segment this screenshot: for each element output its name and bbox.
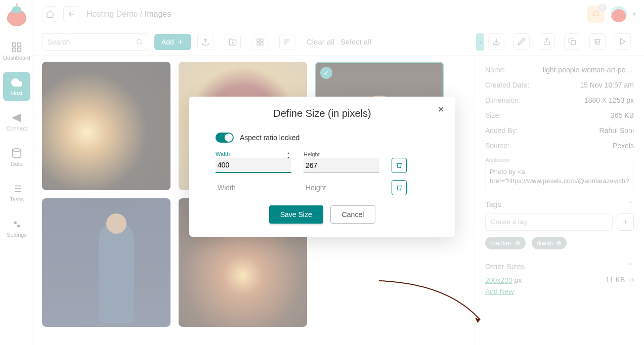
delete-size-row-button[interactable] <box>392 180 407 195</box>
width-input[interactable] <box>216 158 291 173</box>
height-input-empty[interactable] <box>304 181 379 195</box>
height-input[interactable] <box>304 158 379 173</box>
trash-icon <box>396 162 403 169</box>
cancel-button[interactable]: Cancel <box>330 205 376 224</box>
save-size-button[interactable]: Save Size <box>269 205 323 224</box>
close-button[interactable]: ✕ <box>438 105 444 114</box>
define-size-modal: Define Size (in pixels) ✕ Aspect ratio l… <box>189 97 455 237</box>
width-input-empty[interactable] <box>216 181 291 195</box>
aspect-ratio-toggle[interactable] <box>216 133 234 143</box>
height-label: Height <box>304 151 379 157</box>
delete-size-row-button[interactable] <box>392 158 407 173</box>
modal-title: Define Size (in pixels) <box>203 108 441 119</box>
trash-icon <box>396 184 403 191</box>
width-label: Width <box>216 151 291 157</box>
aspect-ratio-label: Aspect ratio locked <box>240 134 299 142</box>
